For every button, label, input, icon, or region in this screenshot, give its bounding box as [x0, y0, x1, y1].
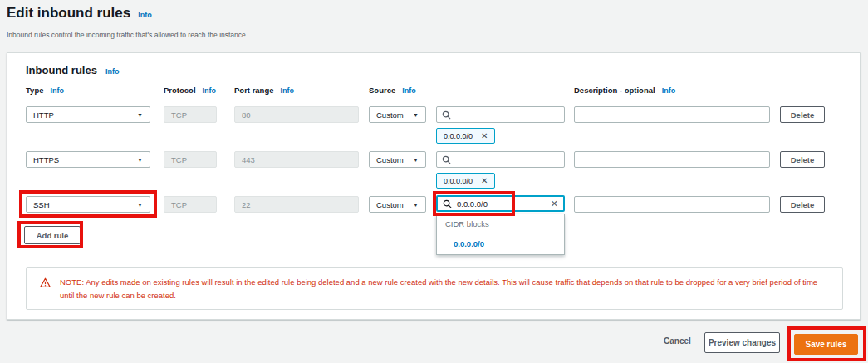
page-title-info-link[interactable]: Info: [138, 11, 152, 19]
source-search-input-row3[interactable]: 0.0.0.0/0 ✕: [436, 195, 565, 212]
panel-title: Inbound rules: [26, 64, 97, 76]
source-column-label: Source: [369, 86, 395, 95]
chevron-down-icon: ▼: [137, 202, 143, 208]
protocol-value-row2: TCP: [171, 155, 187, 164]
preview-changes-button[interactable]: Preview changes: [704, 332, 780, 353]
delete-button-row2[interactable]: Delete: [780, 151, 825, 168]
column-header-protocol: Protocol Info: [164, 86, 216, 95]
source-search-value-row3: 0.0.0.0/0: [457, 199, 488, 208]
description-column-label: Description - optional: [574, 86, 655, 95]
search-icon: [442, 110, 451, 120]
source-info-link[interactable]: Info: [402, 86, 416, 95]
panel-header: Inbound rules Info: [26, 64, 119, 76]
add-rule-button[interactable]: Add rule: [24, 226, 81, 244]
source-mode-select-row2[interactable]: Custom ▼: [369, 151, 426, 168]
port-range-value-row1: 80: [242, 110, 251, 120]
description-input-row1[interactable]: [574, 106, 770, 123]
save-rules-button[interactable]: Save rules: [794, 334, 858, 355]
chevron-down-icon: ▼: [413, 157, 419, 163]
chevron-down-icon: ▼: [413, 202, 419, 208]
chevron-down-icon: ▼: [137, 112, 143, 118]
source-mode-value-row1: Custom: [376, 110, 404, 120]
inbound-rules-panel: Inbound rules Info Type Info Protocol In…: [7, 52, 861, 320]
port-range-column-label: Port range: [234, 86, 274, 95]
type-select-row1[interactable]: HTTP ▼: [26, 106, 150, 123]
description-info-link[interactable]: Info: [662, 86, 676, 95]
protocol-value-row1: TCP: [171, 110, 187, 120]
port-range-field-row1: 80: [234, 106, 359, 123]
source-tag-row2: 0.0.0.0/0 ✕: [436, 173, 495, 189]
port-range-info-link[interactable]: Info: [281, 86, 295, 95]
description-input-row3[interactable]: [574, 196, 770, 213]
search-icon: [443, 199, 452, 208]
column-header-type: Type Info: [26, 86, 64, 95]
chevron-down-icon: ▼: [413, 112, 419, 118]
type-select-row1-value: HTTP: [33, 110, 54, 120]
source-mode-value-row2: Custom: [376, 155, 404, 164]
port-range-field-row2: 443: [234, 151, 359, 168]
source-search-input-row2[interactable]: [436, 151, 565, 168]
type-info-link[interactable]: Info: [50, 86, 64, 95]
protocol-field-row1: TCP: [164, 106, 217, 123]
port-range-value-row3: 22: [242, 200, 251, 209]
type-column-label: Type: [26, 86, 43, 95]
port-range-value-row2: 443: [242, 155, 255, 164]
column-header-source: Source Info: [369, 86, 416, 95]
delete-button-row1[interactable]: Delete: [780, 106, 825, 123]
type-select-row3[interactable]: SSH ▼: [26, 196, 150, 213]
chevron-down-icon: ▼: [137, 157, 143, 163]
protocol-info-link[interactable]: Info: [203, 86, 217, 95]
protocol-column-label: Protocol: [164, 86, 196, 95]
suggestion-group-label: CIDR blocks: [437, 214, 564, 233]
column-header-description: Description - optional Info: [574, 86, 675, 95]
cancel-button[interactable]: Cancel: [664, 336, 691, 346]
edit-inbound-rules-page: Edit inbound rules Info Inbound rules co…: [0, 0, 868, 363]
source-tag-value-row2: 0.0.0.0/0: [444, 177, 473, 185]
type-select-row2-value: HTTPS: [33, 155, 59, 164]
source-tag-value-row1: 0.0.0.0/0: [444, 132, 473, 140]
suggestion-option-cidr[interactable]: 0.0.0.0/0: [437, 233, 564, 254]
page-subtitle: Inbound rules control the incoming traff…: [7, 31, 248, 39]
source-mode-value-row3: Custom: [376, 200, 404, 209]
source-suggestions-dropdown: CIDR blocks 0.0.0.0/0: [436, 214, 565, 255]
protocol-field-row3: TCP: [164, 196, 217, 213]
warning-triangle-icon: [40, 277, 51, 288]
source-tag-row1: 0.0.0.0/0 ✕: [436, 128, 495, 144]
edit-warning-note: NOTE: Any edits made on existing rules w…: [26, 267, 843, 310]
source-search-input-row1[interactable]: [436, 106, 565, 123]
protocol-field-row2: TCP: [164, 151, 217, 168]
panel-info-link[interactable]: Info: [105, 67, 120, 76]
edit-warning-text: NOTE: Any edits made on existing rules w…: [60, 277, 817, 300]
page-title: Edit inbound rules: [7, 5, 130, 22]
remove-tag-icon[interactable]: ✕: [481, 131, 488, 140]
type-select-row2[interactable]: HTTPS ▼: [26, 151, 150, 168]
type-select-row3-value: SSH: [33, 200, 50, 209]
description-input-row2[interactable]: [574, 151, 770, 168]
page-header: Edit inbound rules Info: [7, 5, 152, 22]
source-mode-select-row3[interactable]: Custom ▼: [369, 196, 426, 213]
search-icon: [442, 155, 451, 164]
text-caret: [493, 199, 493, 208]
remove-tag-icon[interactable]: ✕: [481, 176, 488, 185]
port-range-field-row3: 22: [234, 196, 359, 213]
source-mode-select-row1[interactable]: Custom ▼: [369, 106, 426, 123]
delete-button-row3[interactable]: Delete: [780, 196, 825, 213]
clear-search-icon[interactable]: ✕: [551, 199, 558, 209]
column-header-port-range: Port range Info: [234, 86, 294, 95]
protocol-value-row3: TCP: [171, 200, 187, 209]
